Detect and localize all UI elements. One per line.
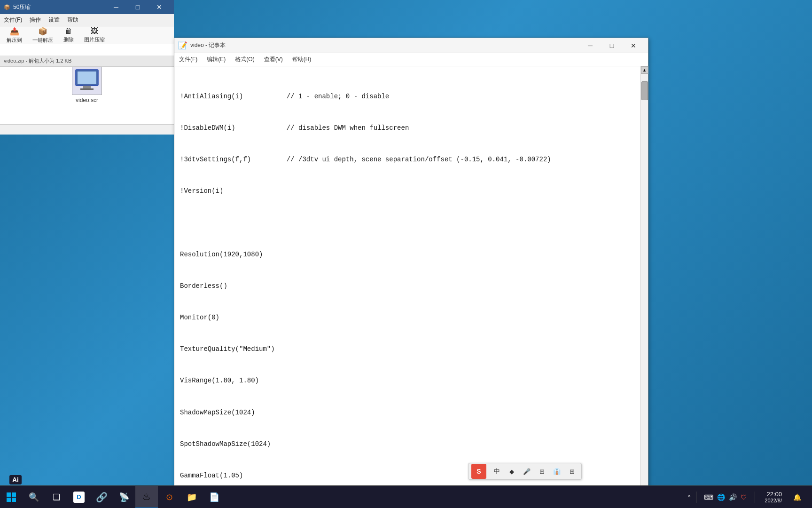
line-7: Borderless() (180, 281, 642, 291)
line-1: !AntiAliasing(i) // 1 - enable; 0 - disa… (180, 91, 642, 102)
ime-clothes-btn[interactable]: 👔 (550, 465, 563, 478)
taskbar-origin-btn[interactable]: ⊙ (158, 486, 180, 508)
taskbar-filemanager-btn[interactable]: 📁 (180, 486, 203, 508)
line-6: Resolution(1920,1080) (180, 249, 642, 260)
decompress-to-icon: 📤 (10, 27, 19, 36)
volume-icon[interactable]: 🔊 (729, 493, 737, 501)
ime-grid-btn[interactable]: ⊞ (535, 465, 548, 478)
taskbar-right: ^ ⌨ 🌐 🔊 🛡 22:00 2022/8/ 🔔 (686, 486, 812, 508)
notepad-app-icon: 📝 (178, 41, 187, 50)
archive-close-btn[interactable]: ✕ (148, 0, 170, 15)
notepad-menu-help[interactable]: 帮助(H) (288, 53, 316, 66)
archive-menu-file[interactable]: 文件(F) (0, 14, 26, 26)
archive-info-text: video.zip - 解包大小为 1.2 KB (4, 57, 71, 64)
scroll-v-up-btn[interactable]: ▲ (641, 66, 648, 74)
notepad-menu-format[interactable]: 格式(O) (230, 53, 259, 66)
image-compress-icon: 🖼 (91, 27, 98, 35)
taskbar-taskview-btn[interactable]: ❑ (45, 486, 68, 508)
svg-rect-1 (78, 71, 96, 84)
archive-info-bar: video.zip - 解包大小为 1.2 KB (0, 56, 174, 67)
notepad-menu-view[interactable]: 查看(V) (259, 53, 288, 66)
unknown-icon: 📄 (208, 491, 221, 504)
ime-dot-btn[interactable]: ◆ (505, 465, 518, 478)
notification-icon: 🔔 (793, 493, 801, 501)
delete-label: 删除 (63, 36, 74, 43)
line-4: !Version(i) (180, 186, 642, 196)
network-icon[interactable]: 🌐 (717, 493, 725, 501)
ime-chinese-btn[interactable]: 中 (490, 465, 503, 478)
action-center-btn[interactable]: 🔔 (789, 486, 804, 508)
file-name-label: video.scr (76, 97, 98, 103)
decompress-to-label: 解压到 (7, 37, 22, 44)
line-12: SpotShadowMapSize(1024) (180, 439, 642, 449)
clock-date: 2022/8/ (765, 498, 782, 503)
notepad-titlebar: 📝 video - 记事本 ─ □ ✕ (174, 38, 648, 53)
taskview-icon: ❑ (50, 491, 63, 504)
notepad-text-area[interactable]: !AntiAliasing(i) // 1 - enable; 0 - disa… (174, 66, 648, 508)
start-icon (5, 491, 18, 504)
line-9: TextureQuality("Medium") (180, 344, 642, 354)
taskbar-search-btn[interactable]: 🔍 (23, 486, 45, 508)
notepad-editor[interactable]: !AntiAliasing(i) // 1 - enable; 0 - disa… (174, 66, 648, 508)
taskbar-steam-btn[interactable]: ♨ (135, 486, 158, 508)
show-desktop-btn[interactable] (806, 486, 808, 508)
delete-btn[interactable]: 🗑 删除 (59, 26, 78, 44)
one-click-decompress-btn[interactable]: 📦 一键解压 (28, 26, 58, 45)
notepad-maximize-btn[interactable]: □ (601, 38, 623, 53)
line-5 (180, 217, 642, 228)
archive-window: 📦 50压缩 ─ □ ✕ 文件(F) 操作 设置 帮助 📤 解压到 📦 一键解压 (0, 0, 174, 135)
notepad-window: 📝 video - 记事本 ─ □ ✕ 文件(F) 编辑(E) 格式(O) 查看… (174, 38, 648, 508)
steamlink-icon: 📡 (117, 491, 131, 504)
taskbar-start-btn[interactable] (0, 486, 23, 508)
archive-minimize-btn[interactable]: ─ (105, 0, 127, 15)
ai-label: Ai (9, 475, 22, 484)
one-click-icon: 📦 (38, 27, 47, 36)
filemanager-icon: 📁 (185, 491, 198, 504)
archive-menu-settings[interactable]: 设置 (45, 14, 63, 26)
svg-rect-4 (7, 492, 11, 497)
taskbar-dell-btn[interactable]: D (68, 486, 90, 508)
archive-maximize-btn[interactable]: □ (127, 0, 148, 15)
archive-menu-help[interactable]: 帮助 (63, 14, 82, 26)
ime-toolbar: S 中 ◆ 🎤 ⊞ 👔 ⊞ (468, 463, 582, 480)
taskbar-divider-1 (696, 492, 696, 503)
svg-rect-6 (7, 498, 11, 502)
taskbar-tray: ⌨ 🌐 🔊 🛡 (700, 486, 751, 508)
archive-menu-op[interactable]: 操作 (26, 14, 45, 26)
taskbar-clock[interactable]: 22:00 2022/8/ (759, 486, 788, 508)
notepad-close-btn[interactable]: ✕ (623, 38, 644, 53)
notepad-menu-edit[interactable]: 编辑(E) (202, 53, 230, 66)
one-click-label: 一键解压 (32, 37, 53, 44)
image-compress-label: 图片压缩 (84, 36, 105, 43)
notepad-menu-file[interactable]: 文件(F) (174, 53, 202, 66)
image-compress-btn[interactable]: 🖼 图片压缩 (79, 26, 109, 44)
taskbar-wps-btn[interactable]: 🔗 (90, 486, 113, 508)
line-10: VisRange(1.80, 1.80) (180, 375, 642, 386)
wps-icon: 🔗 (95, 491, 108, 504)
svg-rect-5 (12, 492, 16, 497)
dell-icon: D (73, 492, 85, 503)
notepad-scrollbar-v[interactable]: ▲ ▼ (640, 66, 648, 508)
notepad-title: video - 记事本 (190, 41, 579, 49)
archive-file-item[interactable]: video.scr (72, 65, 102, 103)
notepad-minimize-btn[interactable]: ─ (579, 38, 601, 53)
notepad-win-controls: ─ □ ✕ (579, 38, 644, 53)
archive-status-bar (0, 124, 174, 135)
archive-title-icon: 📦 (4, 4, 10, 10)
scroll-v-thumb[interactable] (641, 81, 648, 100)
clock-time: 22:00 (766, 491, 782, 498)
notepad-content: !AntiAliasing(i) // 1 - enable; 0 - disa… (174, 66, 648, 508)
ime-mic-btn[interactable]: 🎤 (520, 465, 533, 478)
archive-toolbar-row: 📤 解压到 📦 一键解压 🗑 删除 🖼 图片压缩 (0, 26, 174, 44)
ime-apps-btn[interactable]: ⊞ (565, 465, 578, 478)
notepad-menubar: 文件(F) 编辑(E) 格式(O) 查看(V) 帮助(H) (174, 53, 648, 66)
antivirus-icon[interactable]: 🛡 (741, 493, 747, 501)
taskbar-unknown-btn[interactable]: 📄 (203, 486, 226, 508)
keyboard-icon[interactable]: ⌨ (704, 493, 713, 501)
decompress-to-btn[interactable]: 📤 解压到 (2, 26, 27, 45)
archive-title-text: 50压缩 (13, 3, 105, 11)
taskbar-steamlink-btn[interactable]: 📡 (113, 486, 135, 508)
desktop: 📦 50压缩 ─ □ ✕ 文件(F) 操作 设置 帮助 📤 解压到 📦 一键解压 (0, 0, 812, 508)
show-hidden-icons-btn[interactable]: ^ (686, 494, 693, 500)
line-2: !DisableDWM(i) // disables DWM when full… (180, 123, 642, 133)
